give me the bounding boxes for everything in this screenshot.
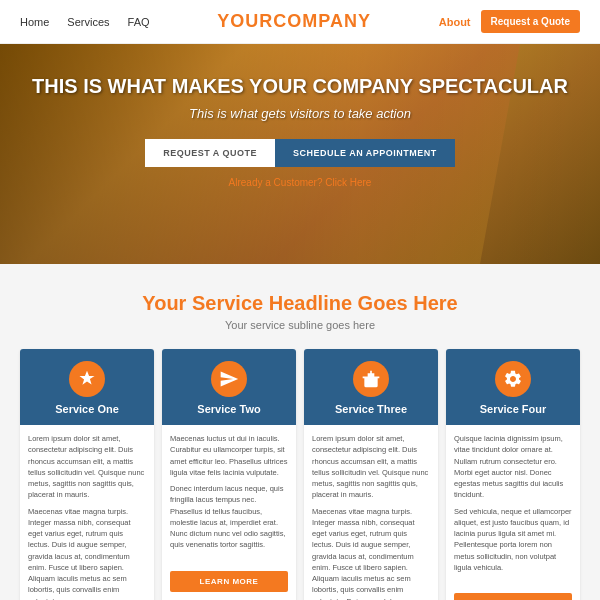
nav-home[interactable]: Home — [20, 16, 49, 28]
service-three-icon — [353, 361, 389, 397]
brand-text: YOUR — [217, 11, 273, 31]
card-title-4: Service Four — [454, 403, 572, 415]
service-card-2: Service Two Maecenas luctus ut dui in ia… — [162, 349, 296, 600]
nav-about[interactable]: About — [439, 16, 471, 28]
services-cards-row: Service One Lorem ipsum dolor sit amet, … — [20, 349, 580, 600]
nav-services[interactable]: Services — [67, 16, 109, 28]
card-title-2: Service Two — [170, 403, 288, 415]
nav-right: About Request a Quote — [439, 10, 580, 33]
services-subline: Your service subline goes here — [20, 319, 580, 331]
service-one-icon — [69, 361, 105, 397]
card-footer-2: LEARN MORE — [162, 564, 296, 601]
service-two-icon — [211, 361, 247, 397]
services-headline: Your Service Headline Goes Here — [20, 292, 580, 315]
hero-subtitle: This is what gets visitors to take actio… — [20, 106, 580, 121]
learn-more-2-button[interactable]: LEARN MORE — [170, 571, 288, 592]
card-footer-4: LEARN MORE — [446, 586, 580, 600]
card-body-2: Maecenas luctus ut dui in iaculis. Curab… — [162, 425, 296, 564]
navbar: Home Services FAQ YOURCOMPANY About Requ… — [0, 0, 600, 44]
card-header-2: Service Two — [162, 349, 296, 425]
service-card-4: Service Four Quisque lacinia dignissim i… — [446, 349, 580, 600]
services-heading: Your Service Headline Goes Here — [20, 292, 580, 315]
service-four-icon — [495, 361, 531, 397]
learn-more-4-button[interactable]: LEARN MORE — [454, 593, 572, 600]
nav-links: Home Services FAQ — [20, 16, 150, 28]
card-title-1: Service One — [28, 403, 146, 415]
card-body-1: Lorem ipsum dolor sit amet, consectetur … — [20, 425, 154, 600]
card-body-3: Lorem ipsum dolor sit amet, consectetur … — [304, 425, 438, 600]
hero-click-here-link[interactable]: Click Here — [325, 177, 371, 188]
service-card-3: Service Three Lorem ipsum dolor sit amet… — [304, 349, 438, 600]
hero-content: THIS IS WHAT MAKES YOUR COMPANY SPECTACU… — [0, 44, 600, 188]
hero-title: THIS IS WHAT MAKES YOUR COMPANY SPECTACU… — [20, 74, 580, 98]
brand-logo: YOURCOMPANY — [217, 11, 371, 32]
card-header-3: Service Three — [304, 349, 438, 425]
service-card-1: Service One Lorem ipsum dolor sit amet, … — [20, 349, 154, 600]
schedule-appointment-button[interactable]: SCHEDULE AN APPOINTMENT — [275, 139, 455, 167]
request-quote-hero-button[interactable]: REQUEST A QUOTE — [145, 139, 275, 167]
card-header-4: Service Four — [446, 349, 580, 425]
hero-section: THIS IS WHAT MAKES YOUR COMPANY SPECTACU… — [0, 44, 600, 264]
card-body-4: Quisque lacinia dignissim ipsum, vitae t… — [446, 425, 580, 586]
hero-customer-text: Already a Customer? Click Here — [20, 177, 580, 188]
hero-buttons: REQUEST A QUOTE SCHEDULE AN APPOINTMENT — [20, 139, 580, 167]
nav-faq[interactable]: FAQ — [128, 16, 150, 28]
card-header-1: Service One — [20, 349, 154, 425]
card-title-3: Service Three — [312, 403, 430, 415]
services-section: Your Service Headline Goes Here Your ser… — [0, 264, 600, 600]
brand-highlight: COMPANY — [273, 11, 371, 31]
request-quote-nav-button[interactable]: Request a Quote — [481, 10, 580, 33]
